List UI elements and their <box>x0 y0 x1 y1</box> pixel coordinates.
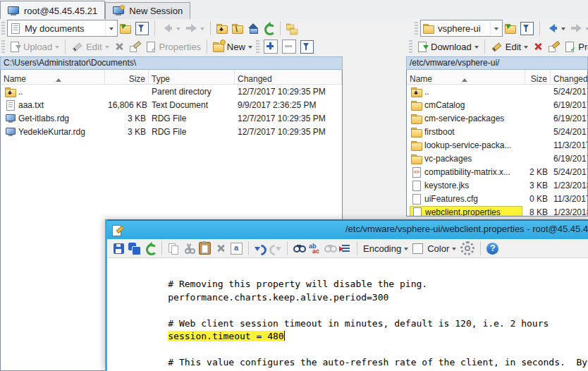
editor-paste-button[interactable] <box>197 241 213 256</box>
remote-edit-button[interactable]: Edit <box>489 39 530 54</box>
toolbar-grip[interactable] <box>1 22 5 35</box>
column-header-name[interactable]: Name <box>407 70 525 84</box>
remote-open-directory-button[interactable] <box>503 21 518 35</box>
file-row[interactable]: cm-service-packages 6/19/2017 <box>407 111 587 125</box>
editor-undo-button[interactable] <box>252 241 268 255</box>
remote-properties-button[interactable]: ✓ Properties <box>562 39 588 54</box>
local-root-directory-button[interactable]: \ <box>230 21 245 35</box>
local-properties-button[interactable]: ✓ Properties <box>143 39 203 54</box>
editor-delete-button[interactable] <box>213 241 228 255</box>
remote-address-dropdown[interactable] <box>490 21 502 35</box>
toolbar-grip[interactable] <box>415 22 418 35</box>
editor-color-menu[interactable]: Color <box>425 242 458 255</box>
tab-session-root[interactable]: root@45.45.45.21 <box>0 1 105 20</box>
file-row[interactable]: .. 5/24/2017 <box>407 85 587 98</box>
local-forward-button[interactable] <box>183 21 207 35</box>
editor-title-bar[interactable]: /etc/vmware/vsphere-ui/webclient.propert… <box>107 219 588 239</box>
file-row[interactable]: <> compatibility-matrix.x... 2 KB 5/24/2… <box>407 165 587 178</box>
local-address-dropdown[interactable] <box>105 21 117 35</box>
file-row[interactable]: aaa.txt 16,806 KB Text Document 9/9/2017… <box>1 98 342 111</box>
editor-cut-button[interactable] <box>181 241 197 255</box>
local-rename-button[interactable] <box>127 39 143 54</box>
editor-preferences-button[interactable] <box>458 240 477 257</box>
column-header-size[interactable]: Size <box>105 70 149 84</box>
synchronize-browsing-button[interactable] <box>284 21 300 35</box>
file-row[interactable]: vc-packages 6/19/2017 <box>407 152 587 165</box>
remote-forward-button[interactable] <box>568 21 588 35</box>
file-row[interactable]: YedekleKurtar.rdg 3 KB RDG File 12/7/201… <box>1 125 342 138</box>
file-row[interactable]: Get-itlabs.rdg 3 KB RDG File 12/7/2017 1… <box>1 111 342 125</box>
editor-find-next-button[interactable] <box>322 241 338 255</box>
edit-options-caret[interactable] <box>524 46 528 51</box>
remote-rename-button[interactable] <box>546 39 562 54</box>
editor-encoding-menu[interactable]: Encoding <box>361 242 410 255</box>
toolbar-grip[interactable] <box>1 40 5 53</box>
remote-folder-icon <box>423 23 434 34</box>
upload-button[interactable]: Upload <box>7 39 61 54</box>
file-row[interactable]: firstboot 5/24/2017 <box>407 125 587 138</box>
unselect-files-button[interactable] <box>280 38 298 55</box>
selection-filter-button[interactable] <box>298 39 316 55</box>
local-open-directory-button[interactable] <box>118 21 133 35</box>
remote-filter-button[interactable] <box>518 20 536 37</box>
editor-redo-button[interactable] <box>268 241 283 255</box>
local-path-bar[interactable]: C:\Users\Administrator\Documents\ <box>0 56 343 70</box>
editor-find-button[interactable] <box>291 241 307 255</box>
column-header-type[interactable]: Type <box>149 70 235 84</box>
local-delete-button[interactable] <box>111 39 127 54</box>
file-row[interactable]: uiFeatures.cfg 0 KB 11/3/2017 <box>407 192 587 205</box>
file-row[interactable]: keystore.jks 3 KB 1/23/2018 <box>407 178 587 192</box>
local-address-value: My documents <box>25 23 102 34</box>
download-button[interactable]: Download <box>415 39 481 54</box>
editor-color-checkbox[interactable] <box>410 242 425 255</box>
help-icon <box>486 243 498 255</box>
local-parent-directory-button[interactable] <box>214 21 230 35</box>
text-caret <box>284 331 285 341</box>
column-header-size[interactable]: Size <box>525 70 551 84</box>
toolbar-grip[interactable] <box>256 40 259 53</box>
editor-help-button[interactable] <box>484 241 501 256</box>
winscp-window: root@45.45.45.21 New Session My document… <box>0 0 588 371</box>
file-row[interactable]: lookup-service-packa... 11/3/2017 <box>407 138 587 152</box>
local-address-combo[interactable]: My documents <box>7 20 118 37</box>
editor-content[interactable]: # Removing this property will disable th… <box>107 258 588 371</box>
editor-reload-button[interactable] <box>142 241 158 255</box>
editor-save-as-button[interactable] <box>126 241 142 255</box>
remote-delete-button[interactable] <box>530 39 546 54</box>
local-back-button[interactable] <box>159 21 183 35</box>
remote-address-combo[interactable]: vsphere-ui <box>420 20 503 37</box>
edit-options-caret[interactable] <box>105 46 109 51</box>
tab-new-session-label: New Session <box>129 6 183 16</box>
editor-save-button[interactable] <box>111 242 126 255</box>
editor-copy-button[interactable] <box>166 241 181 255</box>
sort-ascending-icon <box>56 75 61 82</box>
remote-back-button[interactable] <box>544 21 568 35</box>
local-edit-button[interactable]: Edit <box>69 39 111 54</box>
tab-new-session[interactable]: New Session <box>105 2 190 19</box>
select-files-button[interactable] <box>262 38 280 55</box>
column-header-name[interactable]: Name <box>1 70 105 84</box>
back-history-caret[interactable] <box>561 28 565 32</box>
editor-go-to-line-button[interactable] <box>338 241 353 255</box>
column-header-changed[interactable]: Changed <box>551 70 588 84</box>
column-header-changed[interactable]: Changed <box>235 70 342 84</box>
upload-options-caret[interactable] <box>55 46 59 51</box>
toolbar-grip[interactable] <box>409 40 412 53</box>
local-refresh-button[interactable] <box>261 21 276 35</box>
command-toolbar: Upload Edit ✓ Properties New <box>0 37 588 56</box>
download-options-caret[interactable] <box>474 46 479 51</box>
file-row[interactable]: cmCatalog 6/19/2017 <box>407 98 587 111</box>
back-history-caret[interactable] <box>176 28 180 32</box>
file-row[interactable]: .. Parent directory 12/7/2017 10:29:35 P… <box>1 85 342 98</box>
root-folder-icon: \ <box>232 23 243 34</box>
local-filter-button[interactable] <box>133 20 151 37</box>
size-header-label: Size <box>129 74 145 84</box>
remote-path-bar[interactable]: /etc/vmware/vsphere-ui/ <box>406 56 588 70</box>
local-home-directory-button[interactable] <box>245 21 261 35</box>
new-button[interactable]: New <box>211 39 255 54</box>
editor-select-all-button[interactable] <box>228 241 245 256</box>
new-options-caret[interactable] <box>248 46 252 51</box>
editor-replace-button[interactable] <box>307 241 322 255</box>
local-column-headers: Name Size Type Changed <box>1 70 342 85</box>
file-row[interactable]: webclient.properties 8 KB 1/23/2018 <box>407 205 587 217</box>
